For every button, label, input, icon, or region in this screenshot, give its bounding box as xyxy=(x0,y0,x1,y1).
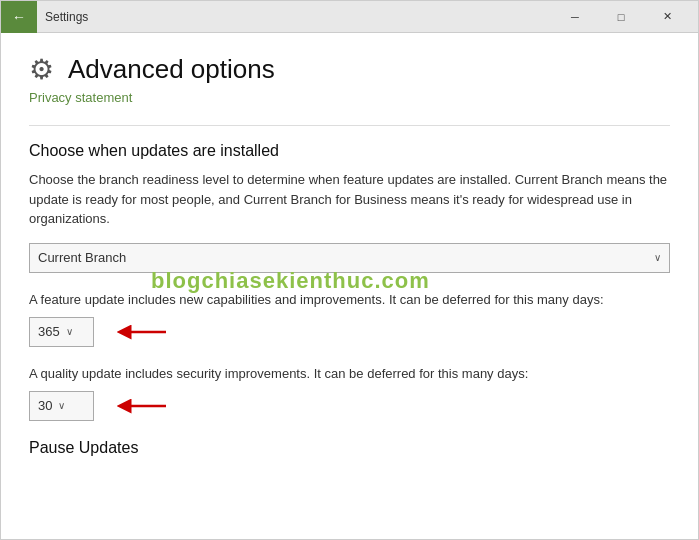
quality-days-value: 30 xyxy=(38,398,52,413)
updates-description: Choose the branch readiness level to det… xyxy=(29,170,670,229)
feature-update-row: 365 ∨ xyxy=(29,317,670,347)
section-divider xyxy=(29,125,670,126)
privacy-link[interactable]: Privacy statement xyxy=(29,90,670,105)
chevron-down-icon: ∨ xyxy=(654,252,661,263)
updates-section-title: Choose when updates are installed xyxy=(29,142,670,160)
feature-days-value: 365 xyxy=(38,324,60,339)
page-title: Advanced options xyxy=(68,54,275,85)
quality-days-dropdown[interactable]: 30 ∨ xyxy=(29,391,94,421)
page-content: blogchiasekienthuc.com ⚙ Advanced option… xyxy=(1,33,698,539)
quality-arrow-indicator xyxy=(112,395,171,417)
back-icon: ← xyxy=(12,9,26,25)
gear-icon: ⚙ xyxy=(29,53,54,86)
back-button[interactable]: ← xyxy=(1,1,37,33)
maximize-button[interactable]: □ xyxy=(598,1,644,33)
window-controls: ─ □ ✕ xyxy=(552,1,690,33)
pause-updates-title: Pause Updates xyxy=(29,439,670,457)
red-arrow-icon xyxy=(116,321,171,343)
quality-update-label: A quality update includes security impro… xyxy=(29,365,670,383)
close-button[interactable]: ✕ xyxy=(644,1,690,33)
window-title: Settings xyxy=(45,10,552,24)
minimize-button[interactable]: ─ xyxy=(552,1,598,33)
chevron-down-icon: ∨ xyxy=(66,326,73,337)
feature-arrow-indicator xyxy=(112,321,171,343)
settings-window: ← Settings ─ □ ✕ blogchiasekienthuc.com … xyxy=(0,0,699,540)
branch-dropdown[interactable]: Current Branch ∨ xyxy=(29,243,670,273)
title-bar: ← Settings ─ □ ✕ xyxy=(1,1,698,33)
branch-dropdown-value: Current Branch xyxy=(38,250,126,265)
page-header: ⚙ Advanced options xyxy=(29,53,670,86)
feature-days-dropdown[interactable]: 365 ∨ xyxy=(29,317,94,347)
feature-update-label: A feature update includes new capabiliti… xyxy=(29,291,670,309)
chevron-down-icon: ∨ xyxy=(58,400,65,411)
red-arrow-icon-2 xyxy=(116,395,171,417)
quality-update-row: 30 ∨ xyxy=(29,391,670,421)
